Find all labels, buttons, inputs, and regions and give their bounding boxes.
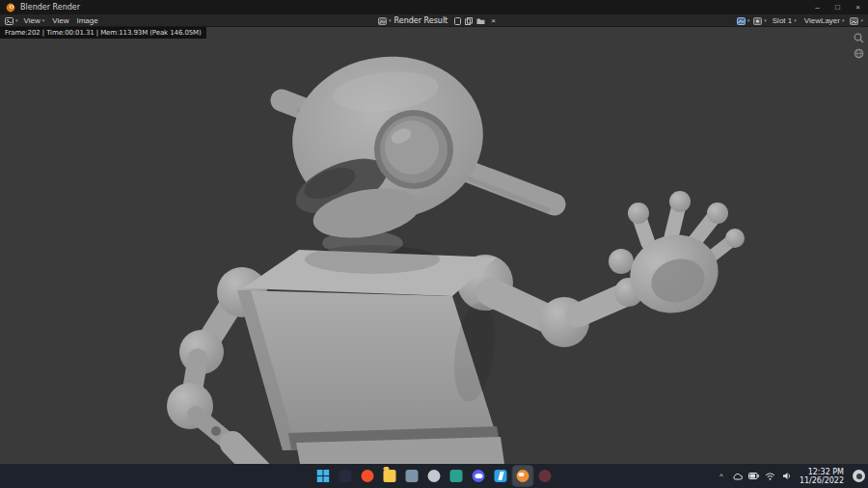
- window-controls: – □ ×: [807, 0, 868, 14]
- tray-chevron-up-icon[interactable]: ^: [716, 470, 727, 483]
- taskbar-app-file-explorer[interactable]: [380, 466, 400, 486]
- torso: [237, 245, 504, 464]
- taskbar-app-teal[interactable]: [447, 466, 467, 486]
- wifi-icon[interactable]: [765, 470, 776, 483]
- chevron-down-icon: ▾: [389, 18, 392, 23]
- render-slot-icon: [753, 17, 762, 25]
- editor-header: ▾ View ▾ View Image ▾ Render Result: [0, 14, 868, 27]
- area-view-label: View: [24, 16, 41, 25]
- windows-logo-icon: [317, 470, 330, 482]
- taskbar-app-slate[interactable]: [402, 466, 422, 486]
- zoom-gizmo-icon[interactable]: [853, 32, 864, 43]
- right-arm: [491, 191, 745, 347]
- taskbar-app-discord[interactable]: [469, 466, 489, 486]
- chevron-down-icon: ▾: [747, 18, 750, 23]
- robot-render: [0, 27, 868, 464]
- titlebar: Blender Render – □ ×: [0, 0, 868, 14]
- eye-lens: [374, 110, 453, 189]
- header-left-group: ▾ View ▾ View Image: [3, 14, 102, 27]
- image-selector-group: ▾ Render Result ×: [376, 14, 500, 27]
- copy-icon: [465, 17, 473, 25]
- display-channels-button[interactable]: ▾: [735, 14, 752, 27]
- image-editor-icon: [5, 17, 14, 25]
- volume-icon[interactable]: [781, 470, 793, 483]
- head: [284, 46, 493, 246]
- chevron-down-icon: ▾: [860, 18, 863, 23]
- image-name-field[interactable]: Render Result: [393, 16, 453, 25]
- window-title: Blender Render: [20, 3, 80, 12]
- canvas-gizmos: [853, 32, 864, 59]
- close-button[interactable]: ×: [848, 0, 868, 14]
- render-stats: Frame:202 | Time:00:01.31 | Mem:113.93M …: [0, 27, 206, 39]
- taskbar-app-blender[interactable]: [513, 466, 533, 486]
- unlink-image-button[interactable]: ×: [487, 14, 500, 27]
- taskbar-app-vscode[interactable]: [491, 466, 511, 486]
- file-explorer-icon: [384, 470, 396, 482]
- menu-view[interactable]: View: [48, 14, 72, 27]
- header-right-group: ▾ ▾ Slot 1 ▾ ViewLayer ▾ ▾: [735, 14, 865, 27]
- browse-image-button[interactable]: ▾: [376, 14, 393, 27]
- layers-icon: [850, 17, 858, 25]
- taskbar-start-button[interactable]: [313, 466, 334, 486]
- image-icon: [378, 17, 387, 25]
- taskbar-app-voice[interactable]: [424, 466, 445, 486]
- minimize-button[interactable]: –: [807, 0, 827, 14]
- blender-icon: [517, 470, 529, 482]
- chevron-down-icon: ▾: [764, 18, 767, 23]
- editor-type-button[interactable]: ▾: [3, 14, 20, 27]
- render-pass-button[interactable]: ▾: [848, 14, 865, 27]
- slate-app-icon: [406, 470, 419, 482]
- viewlayer-dropdown[interactable]: ViewLayer ▾: [800, 14, 849, 27]
- maroon-app-icon: [539, 470, 552, 482]
- duplicate-image-button[interactable]: [463, 14, 475, 27]
- chevron-down-icon: ▾: [842, 18, 845, 23]
- brave-icon: [362, 470, 374, 482]
- menu-image[interactable]: Image: [72, 14, 101, 27]
- teal-app-icon: [450, 470, 463, 482]
- taskbar: ^ 12:32 PM 11/26/2022: [0, 464, 868, 488]
- open-image-button[interactable]: [475, 14, 487, 27]
- view-transform-button[interactable]: ▾: [751, 14, 769, 27]
- blender-logo-icon: [6, 3, 15, 13]
- maximize-button[interactable]: □: [827, 0, 848, 14]
- voice-app-icon: [428, 470, 441, 482]
- file-icon: [454, 17, 461, 25]
- tray-date: 11/26/2022: [800, 476, 844, 485]
- discord-icon: [473, 470, 485, 482]
- battery-icon[interactable]: [748, 470, 760, 483]
- folder-icon: [476, 17, 485, 25]
- system-tray: ^ 12:32 PM 11/26/2022: [716, 464, 865, 488]
- taskbar-clock[interactable]: 12:32 PM 11/26/2022: [798, 468, 846, 485]
- chevron-down-icon: ▾: [42, 18, 45, 23]
- taskbar-center-icons: [313, 464, 556, 488]
- slot-label: Slot 1: [773, 16, 792, 25]
- slot-dropdown[interactable]: Slot 1 ▾: [769, 14, 800, 27]
- onedrive-cloud-icon[interactable]: [732, 470, 744, 483]
- channels-icon: [737, 17, 746, 25]
- new-image-button[interactable]: [452, 14, 463, 27]
- viewlayer-label: ViewLayer: [804, 16, 840, 25]
- tray-time: 12:32 PM: [800, 468, 844, 476]
- pan-gizmo-icon[interactable]: [853, 47, 864, 59]
- vscode-icon: [495, 470, 507, 482]
- taskbar-app-brave[interactable]: [358, 466, 378, 486]
- chevron-down-icon: ▾: [15, 18, 18, 23]
- taskbar-app-dark[interactable]: [336, 466, 356, 486]
- render-canvas[interactable]: Frame:202 | Time:00:01.31 | Mem:113.93M …: [0, 27, 868, 464]
- taskbar-app-maroon[interactable]: [535, 466, 556, 486]
- notification-badge[interactable]: [853, 470, 865, 482]
- chevron-down-icon: ▾: [794, 18, 797, 23]
- area-view-dropdown[interactable]: View ▾: [20, 14, 49, 27]
- blender-render-window: Blender Render – □ × ▾ View ▾ View Image: [0, 0, 868, 488]
- dark-app-icon: [339, 470, 352, 482]
